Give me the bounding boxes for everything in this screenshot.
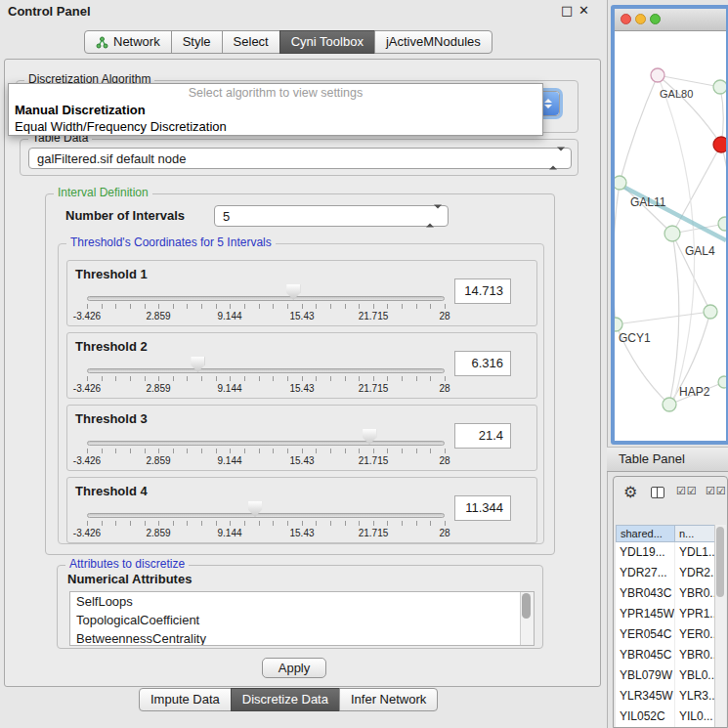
dropdown-option-equal-width[interactable]: Equal Width/Frequency Discretization: [9, 118, 542, 135]
columns-icon[interactable]: [651, 487, 664, 498]
scrollbar-thumb[interactable]: [716, 527, 724, 597]
tab-network[interactable]: Network: [84, 30, 172, 54]
table-row[interactable]: YPR145WYPR1...: [616, 604, 719, 624]
tab-cyni-toolbox[interactable]: Cyni Toolbox: [279, 30, 375, 54]
numerical-attributes-label: Numerical Attributes: [67, 572, 192, 586]
network-node[interactable]: [615, 176, 626, 190]
threshold-value-field[interactable]: 11.344: [454, 495, 511, 521]
network-view-window[interactable]: GAL80 GAL11 GAL4 GCY1 HAP2: [611, 5, 728, 445]
tab-style[interactable]: Style: [171, 30, 223, 54]
zoom-traffic-light-icon[interactable]: [650, 14, 661, 24]
select-all-checkboxes-icon[interactable]: ☑☑: [676, 485, 698, 497]
list-scrollbar[interactable]: [520, 592, 534, 645]
tick-label: 2.859: [146, 311, 170, 321]
minimize-traffic-light-icon[interactable]: [635, 14, 646, 24]
thresholds-group-title: Threshold's Coordinates for 5 Intervals: [66, 236, 276, 249]
tab-select[interactable]: Select: [222, 30, 280, 54]
tab-discretize-data-label: Discretize Data: [242, 689, 328, 710]
tick-label: -3.426: [73, 455, 101, 466]
selected-red-node[interactable]: [713, 137, 726, 152]
table-row[interactable]: YBR043CYBR0...: [616, 583, 719, 604]
list-item[interactable]: SelfLoops: [70, 592, 534, 611]
cell-name: YPR1...: [675, 604, 719, 624]
network-canvas[interactable]: GAL80 GAL11 GAL4 GCY1 HAP2: [615, 31, 726, 441]
network-node[interactable]: [718, 217, 726, 231]
threshold-label: Threshold 2: [75, 339, 148, 354]
close-traffic-light-icon[interactable]: [621, 14, 631, 24]
gear-icon[interactable]: ⚙: [623, 483, 637, 501]
table-row[interactable]: YBL079WYBL0...: [616, 665, 719, 686]
network-node[interactable]: [664, 226, 680, 241]
slider-ticks: [87, 449, 446, 453]
cell-shared-name: YBR043C: [616, 583, 675, 604]
threshold-label: Threshold 1: [75, 267, 148, 281]
table-row[interactable]: YER054CYER0...: [616, 624, 719, 645]
cell-shared-name: YDL19...: [616, 542, 675, 563]
tab-impute-data-label: Impute Data: [150, 689, 220, 710]
slider-track[interactable]: [87, 513, 445, 518]
tab-infer-network-label: Infer Network: [351, 689, 426, 710]
cell-name: YDL1...: [675, 542, 719, 563]
table-row[interactable]: YDR27...YDR2...: [616, 563, 719, 583]
network-node[interactable]: [713, 80, 726, 94]
table-panel-header: Table Panel: [607, 447, 728, 472]
network-node[interactable]: [704, 305, 717, 319]
thresholds-group: Threshold's Coordinates for 5 Intervals …: [58, 243, 544, 544]
panel-title: Control Panel: [8, 4, 91, 19]
dropdown-option-manual[interactable]: Manual Discretization: [9, 102, 542, 118]
table-data-value: galFiltered.sif default node: [37, 151, 186, 166]
network-node[interactable]: [651, 68, 664, 82]
column-header-shared-name[interactable]: shared...: [616, 525, 675, 542]
list-item[interactable]: TopologicalCoefficient: [70, 611, 534, 629]
table-row[interactable]: YDL19...YDL1...: [616, 542, 719, 563]
tick-label: 28: [439, 311, 450, 321]
slider-track[interactable]: [87, 368, 445, 373]
threshold-value-field[interactable]: 14.713: [454, 278, 511, 304]
control-panel: Control Panel □ ✕ Network Style Select C…: [0, 0, 608, 728]
screen: Control Panel □ ✕ Network Style Select C…: [0, 0, 728, 728]
node-label: GAL80: [660, 88, 693, 100]
slider-track[interactable]: [87, 441, 445, 446]
table-scrollbar[interactable]: [714, 525, 726, 727]
table-row[interactable]: YBR045CYBR0...: [616, 645, 719, 665]
stepper-icon: [549, 151, 565, 166]
dropdown-placeholder-option[interactable]: Select algorithm to view settings: [9, 84, 542, 102]
scrollbar-thumb[interactable]: [522, 593, 531, 619]
attributes-group-title: Attributes to discretize: [65, 557, 189, 571]
threshold-value-field[interactable]: 21.4: [454, 423, 511, 449]
table-row[interactable]: YLR345WYLR3...: [616, 686, 719, 707]
threshold-panel-3: Threshold 3 -3.426 2.859 9.144 15.43 21.…: [66, 405, 537, 471]
column-header-name[interactable]: n...: [675, 525, 719, 542]
node-label: GAL4: [685, 244, 715, 258]
tab-discretize-data[interactable]: Discretize Data: [231, 688, 340, 711]
network-window-titlebar: [615, 9, 726, 31]
network-node[interactable]: [718, 376, 726, 388]
interval-definition-group: Interval Definition Number of Intervals …: [45, 193, 555, 555]
tab-infer-network[interactable]: Infer Network: [339, 688, 438, 711]
number-of-intervals-combobox[interactable]: 5: [214, 205, 449, 227]
cell-name: YDR2...: [675, 563, 719, 583]
table-data-combobox[interactable]: galFiltered.sif default node: [28, 148, 572, 169]
apply-button[interactable]: Apply: [262, 658, 326, 678]
slider-track[interactable]: [87, 296, 445, 301]
tick-label: 21.715: [359, 383, 389, 394]
table-row[interactable]: YIL052CYIL0...: [616, 707, 719, 727]
float-window-icon[interactable]: □: [561, 3, 573, 18]
network-node[interactable]: [615, 318, 622, 331]
tab-jactivemodules[interactable]: jActiveMNodules: [374, 30, 492, 54]
slider-ticks: [87, 376, 446, 381]
threshold-value-field[interactable]: 6.316: [454, 351, 511, 376]
tick-label: 9.144: [217, 455, 241, 466]
top-tab-bar: Network Style Select Cyni Toolbox jActiv…: [84, 30, 492, 54]
network-node[interactable]: [663, 398, 676, 411]
tick-label: 28: [439, 528, 450, 538]
node-label: GCY1: [619, 331, 651, 345]
cell-name: YER0...: [675, 624, 719, 645]
tick-label: 21.715: [359, 311, 389, 321]
close-icon[interactable]: ✕: [578, 3, 589, 18]
tick-label: 2.859: [146, 455, 170, 466]
unselect-all-checkboxes-icon[interactable]: ☑☑: [706, 485, 727, 497]
tab-impute-data[interactable]: Impute Data: [139, 688, 232, 711]
list-item[interactable]: BetweennessCentrality: [70, 629, 534, 646]
tick-label: 9.144: [217, 311, 241, 321]
